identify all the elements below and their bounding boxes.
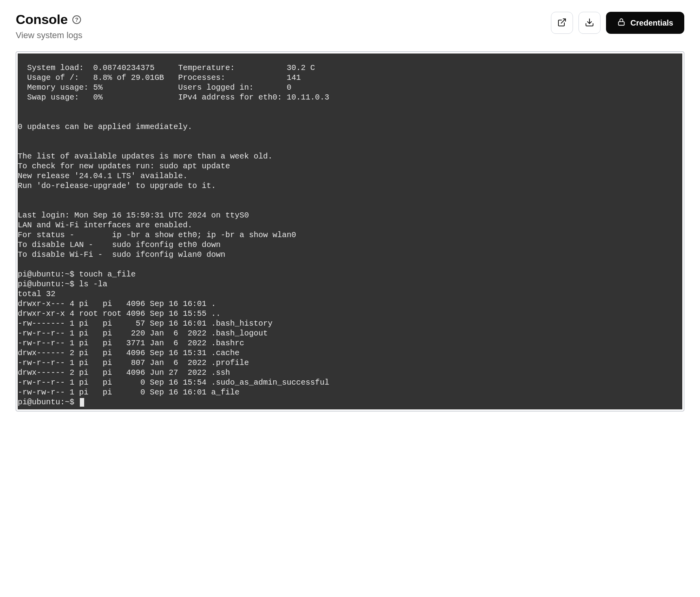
- external-link-icon: [557, 18, 567, 28]
- svg-rect-2: [619, 22, 624, 25]
- help-icon[interactable]: ?: [72, 15, 81, 24]
- terminal-cursor: [80, 398, 84, 407]
- page-title: Console: [16, 12, 68, 27]
- credentials-button[interactable]: Credentials: [606, 12, 684, 34]
- terminal-frame: System load: 0.08740234375 Temperature: …: [16, 52, 684, 411]
- header-actions: Credentials: [551, 12, 684, 34]
- title-row: Console ?: [16, 12, 83, 27]
- open-external-button[interactable]: [551, 12, 573, 34]
- credentials-label: Credentials: [630, 18, 673, 28]
- svg-line-0: [561, 19, 566, 23]
- download-button[interactable]: [578, 12, 601, 34]
- title-block: Console ? View system logs: [16, 12, 83, 41]
- page-header: Console ? View system logs: [16, 12, 684, 41]
- download-icon: [585, 18, 594, 28]
- page-subtitle: View system logs: [16, 30, 83, 41]
- lock-icon: [617, 18, 626, 28]
- terminal-prompt: pi@ubuntu:~$: [18, 398, 79, 407]
- terminal[interactable]: System load: 0.08740234375 Temperature: …: [18, 53, 682, 409]
